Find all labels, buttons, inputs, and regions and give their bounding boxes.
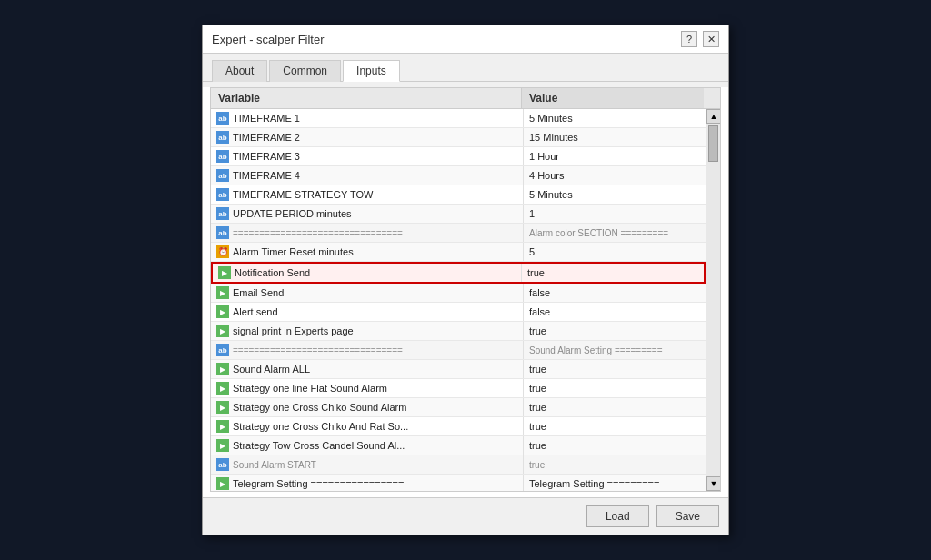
dialog-body: Variable Value ab TIMEFRAME 1 5 Minutes bbox=[203, 87, 728, 535]
var-icon: ab bbox=[216, 458, 229, 471]
green-icon: ▶ bbox=[218, 266, 231, 279]
table-row[interactable]: ▶ signal print in Experts page true bbox=[211, 322, 706, 341]
var-icon: ab bbox=[216, 169, 229, 182]
table-row[interactable]: ▶ Telegram Setting ================ Tele… bbox=[211, 475, 706, 491]
green-icon: ▶ bbox=[216, 439, 229, 452]
var-icon: ab bbox=[216, 344, 229, 356]
variable-cell: ab TIMEFRAME 3 bbox=[211, 147, 524, 165]
variable-cell: ▶ Sound Alarm ALL bbox=[211, 360, 524, 378]
table-row[interactable]: ▶ Strategy one Cross Chiko And Rat So...… bbox=[211, 417, 706, 436]
variable-cell: ▶ signal print in Experts page bbox=[211, 322, 524, 340]
value-cell: true bbox=[524, 455, 706, 474]
variable-cell: ab TIMEFRAME 4 bbox=[211, 166, 524, 185]
value-cell: 5 Minutes bbox=[524, 185, 706, 204]
value-cell: true bbox=[524, 379, 706, 397]
alarm-icon: ⏰ bbox=[216, 245, 229, 258]
table-row[interactable]: ▶ Email Send false bbox=[211, 284, 706, 303]
scrollbar-thumb[interactable] bbox=[708, 125, 718, 162]
variable-cell: ▶ Strategy one line Flat Sound Alarm bbox=[211, 379, 524, 397]
table-row[interactable]: ▶ Strategy one line Flat Sound Alarm tru… bbox=[211, 379, 706, 398]
table-row[interactable]: ab TIMEFRAME 4 4 Hours bbox=[211, 166, 706, 185]
value-cell: 5 Minutes bbox=[524, 109, 706, 127]
value-cell: Sound Alarm Setting ========= bbox=[524, 341, 706, 359]
scroll-down-arrow[interactable]: ▼ bbox=[706, 476, 721, 491]
var-icon: ab bbox=[216, 226, 229, 239]
table-row-separator: ab ================================ Soun… bbox=[211, 341, 706, 360]
green-icon: ▶ bbox=[216, 420, 229, 433]
table-row[interactable]: ab TIMEFRAME 1 5 Minutes bbox=[211, 109, 706, 128]
table-row-separator: ab Sound Alarm START true bbox=[211, 455, 706, 475]
value-cell: true bbox=[524, 417, 706, 435]
table-wrapper: ab TIMEFRAME 1 5 Minutes ab TIMEFRAME 2 bbox=[211, 109, 720, 491]
table-row[interactable]: ab TIMEFRAME STRATEGY TOW 5 Minutes bbox=[211, 185, 706, 205]
expert-dialog: Expert - scalper Filter ? ✕ About Common… bbox=[202, 25, 729, 535]
variable-cell: ab UPDATE PERIOD minutes bbox=[211, 205, 524, 223]
variable-cell: ab TIMEFRAME 2 bbox=[211, 128, 524, 146]
scroll-up-arrow[interactable]: ▲ bbox=[706, 109, 721, 124]
load-button[interactable]: Load bbox=[586, 505, 649, 527]
variable-cell: ab ================================ bbox=[211, 224, 524, 242]
variable-cell: ▶ Email Send bbox=[211, 284, 524, 302]
var-icon: ab bbox=[216, 150, 229, 163]
table-rows: ab TIMEFRAME 1 5 Minutes ab TIMEFRAME 2 bbox=[211, 109, 706, 491]
value-cell: true bbox=[522, 264, 704, 282]
inputs-table: Variable Value ab TIMEFRAME 1 5 Minutes bbox=[210, 87, 721, 492]
var-icon: ab bbox=[216, 207, 229, 220]
value-cell: 1 Hour bbox=[524, 147, 706, 165]
green-icon: ▶ bbox=[216, 382, 229, 395]
value-cell: Telegram Setting ========= bbox=[524, 475, 706, 491]
variable-cell: ▶ Strategy one Cross Chiko Sound Alarm bbox=[211, 398, 524, 416]
value-cell: Alarm color SECTION ========= bbox=[524, 224, 706, 242]
dialog-title: Expert - scalper Filter bbox=[212, 33, 325, 46]
table-row[interactable]: ▶ Alert send false bbox=[211, 303, 706, 322]
green-icon: ▶ bbox=[216, 325, 229, 337]
green-icon: ▶ bbox=[216, 305, 229, 318]
table-header: Variable Value bbox=[211, 88, 720, 109]
table-row-separator: ab ================================ Alar… bbox=[211, 224, 706, 243]
value-cell: true bbox=[524, 436, 706, 455]
table-row[interactable]: ▶ Strategy one Cross Chiko Sound Alarm t… bbox=[211, 398, 706, 417]
value-cell: 5 bbox=[524, 243, 706, 261]
scrollbar[interactable]: ▲ ▼ bbox=[706, 109, 720, 491]
value-cell: true bbox=[524, 322, 706, 340]
table-row[interactable]: ab TIMEFRAME 3 1 Hour bbox=[211, 147, 706, 166]
value-cell: false bbox=[524, 284, 706, 302]
tab-common[interactable]: Common bbox=[269, 60, 341, 82]
value-cell: 15 Minutes bbox=[524, 128, 706, 146]
value-cell: true bbox=[524, 360, 706, 378]
value-cell: false bbox=[524, 303, 706, 321]
variable-cell: ▶ Notification Send bbox=[213, 264, 522, 282]
tab-about[interactable]: About bbox=[212, 60, 267, 82]
green-icon: ▶ bbox=[216, 363, 229, 375]
col-variable: Variable bbox=[211, 88, 522, 108]
table-row[interactable]: ▶ Strategy Tow Cross Candel Sound Al... … bbox=[211, 436, 706, 455]
variable-cell: ▶ Alert send bbox=[211, 303, 524, 321]
table-row[interactable]: ab TIMEFRAME 2 15 Minutes bbox=[211, 128, 706, 147]
variable-cell: ▶ Telegram Setting ================ bbox=[211, 475, 524, 491]
help-button[interactable]: ? bbox=[681, 31, 697, 47]
tabs-bar: About Common Inputs bbox=[203, 54, 728, 82]
dialog-titlebar: Expert - scalper Filter ? ✕ bbox=[203, 25, 728, 54]
green-icon: ▶ bbox=[216, 401, 229, 414]
var-icon: ab bbox=[216, 188, 229, 201]
table-row[interactable]: ⏰ Alarm Timer Reset minutes 5 bbox=[211, 243, 706, 262]
save-button[interactable]: Save bbox=[656, 505, 719, 527]
green-icon: ▶ bbox=[216, 286, 229, 299]
variable-cell: ▶ Strategy one Cross Chiko And Rat So... bbox=[211, 417, 524, 435]
variable-cell: ab ================================ bbox=[211, 341, 524, 359]
table-row[interactable]: ab UPDATE PERIOD minutes 1 bbox=[211, 205, 706, 224]
variable-cell: ⏰ Alarm Timer Reset minutes bbox=[211, 243, 524, 261]
variable-cell: ab TIMEFRAME 1 bbox=[211, 109, 524, 127]
variable-cell: ▶ Strategy Tow Cross Candel Sound Al... bbox=[211, 436, 524, 455]
var-icon: ab bbox=[216, 112, 229, 125]
variable-cell: ab Sound Alarm START bbox=[211, 455, 524, 474]
col-value: Value bbox=[522, 88, 704, 108]
value-cell: true bbox=[524, 398, 706, 416]
close-button[interactable]: ✕ bbox=[703, 31, 719, 47]
tab-inputs[interactable]: Inputs bbox=[343, 60, 400, 82]
dialog-footer: Load Save bbox=[203, 497, 728, 535]
table-row-notification[interactable]: ▶ Notification Send true bbox=[211, 262, 706, 284]
variable-cell: ab TIMEFRAME STRATEGY TOW bbox=[211, 185, 524, 204]
table-row[interactable]: ▶ Sound Alarm ALL true bbox=[211, 360, 706, 379]
green-icon: ▶ bbox=[216, 477, 229, 490]
